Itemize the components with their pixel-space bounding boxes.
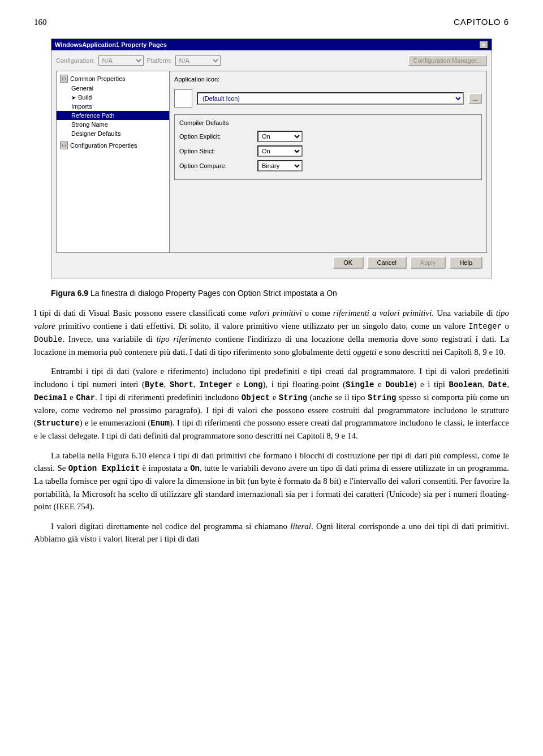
figure-label: Figura 6.9 bbox=[51, 289, 88, 298]
paragraph-2: Entrambi i tipi di dati (valore e riferi… bbox=[34, 365, 509, 443]
option-explicit-select[interactable]: On bbox=[257, 131, 303, 142]
tree-item-general[interactable]: General bbox=[57, 84, 169, 93]
option-strict-row: Option Strict: On bbox=[179, 145, 477, 157]
platform-label: Platform: bbox=[147, 57, 172, 64]
tree-section-config[interactable]: □ Configuration Properties bbox=[57, 140, 169, 151]
tree-expand-icon-config: □ bbox=[60, 141, 68, 149]
config-label: Configuration: bbox=[56, 57, 95, 64]
tree-expand-icon: □ bbox=[60, 75, 68, 83]
app-icon-select[interactable]: (Default Icon) bbox=[197, 92, 464, 105]
tree-panel: □ Common Properties General ➤ Build Impo… bbox=[57, 71, 170, 252]
apply-button[interactable]: Apply bbox=[410, 256, 446, 269]
config-select[interactable]: N/A bbox=[98, 55, 144, 66]
dialog-topbar: Configuration: N/A Platform: N/A Configu… bbox=[56, 55, 487, 66]
tree-item-reference-path[interactable]: Reference Path bbox=[57, 111, 169, 120]
dialog-footer: OK Cancel Apply Help bbox=[56, 253, 487, 273]
ok-button[interactable]: OK bbox=[333, 256, 364, 269]
arrow-icon: ➤ bbox=[71, 94, 76, 101]
paragraph-4: I valori digitati direttamente nel codic… bbox=[34, 520, 509, 545]
config-props-label: Configuration Properties bbox=[70, 142, 137, 149]
paragraph-3: La tabella nella Figura 6.10 elenca i ti… bbox=[34, 449, 509, 513]
option-compare-label: Option Compare: bbox=[179, 162, 253, 169]
dialog-titlebar: WindowsApplication1 Property Pages × bbox=[51, 39, 492, 50]
tree-item-imports[interactable]: Imports bbox=[57, 102, 169, 111]
props-panel: Application icon: (Default Icon) ... Com… bbox=[170, 71, 486, 252]
option-strict-label: Option Strict: bbox=[179, 148, 253, 154]
dialog-content: Configuration: N/A Platform: N/A Configu… bbox=[51, 50, 492, 278]
tree-section-common[interactable]: □ Common Properties bbox=[57, 74, 169, 84]
option-explicit-row: Option Explicit: On bbox=[179, 131, 477, 142]
app-icon-preview bbox=[174, 89, 192, 108]
compiler-defaults-legend: Compiler Defaults bbox=[179, 119, 477, 126]
chapter-title: Capitolo 6 bbox=[454, 17, 509, 27]
dialog-main: □ Common Properties General ➤ Build Impo… bbox=[56, 71, 487, 253]
page-number: 160 bbox=[34, 18, 47, 27]
paragraph-1: I tipi di dati di Visual Basic possono e… bbox=[34, 307, 509, 358]
option-explicit-label: Option Explicit: bbox=[179, 133, 253, 140]
option-compare-select[interactable]: Binary bbox=[257, 160, 303, 171]
app-icon-browse-button[interactable]: ... bbox=[468, 93, 482, 104]
figure-caption-text: La finestra di dialogo Property Pages co… bbox=[88, 289, 337, 298]
tree-item-designer-defaults[interactable]: Designer Defaults bbox=[57, 129, 169, 138]
app-icon-label: Application icon: bbox=[174, 76, 219, 83]
app-icon-select-row: (Default Icon) ... bbox=[174, 89, 482, 108]
platform-select[interactable]: N/A bbox=[175, 55, 221, 66]
tree-item-strong-name[interactable]: Strong Name bbox=[57, 120, 169, 129]
cancel-button[interactable]: Cancel bbox=[367, 256, 407, 269]
compiler-defaults-group: Compiler Defaults Option Explicit: On Op… bbox=[174, 114, 482, 180]
option-compare-row: Option Compare: Binary bbox=[179, 160, 477, 171]
dialog-title: WindowsApplication1 Property Pages bbox=[55, 41, 167, 48]
config-manager-button[interactable]: Configuration Manager... bbox=[408, 55, 487, 66]
option-strict-select[interactable]: On bbox=[257, 145, 303, 157]
tree-item-build[interactable]: ➤ Build bbox=[57, 93, 169, 102]
app-icon-row: Application icon: bbox=[174, 76, 482, 83]
common-props-label: Common Properties bbox=[70, 75, 126, 82]
dialog-close-button[interactable]: × bbox=[479, 41, 488, 49]
figure-caption: Figura 6.9 La finestra di dialogo Proper… bbox=[51, 289, 492, 298]
help-button[interactable]: Help bbox=[449, 256, 482, 269]
dialog-screenshot: WindowsApplication1 Property Pages × Con… bbox=[51, 38, 492, 278]
